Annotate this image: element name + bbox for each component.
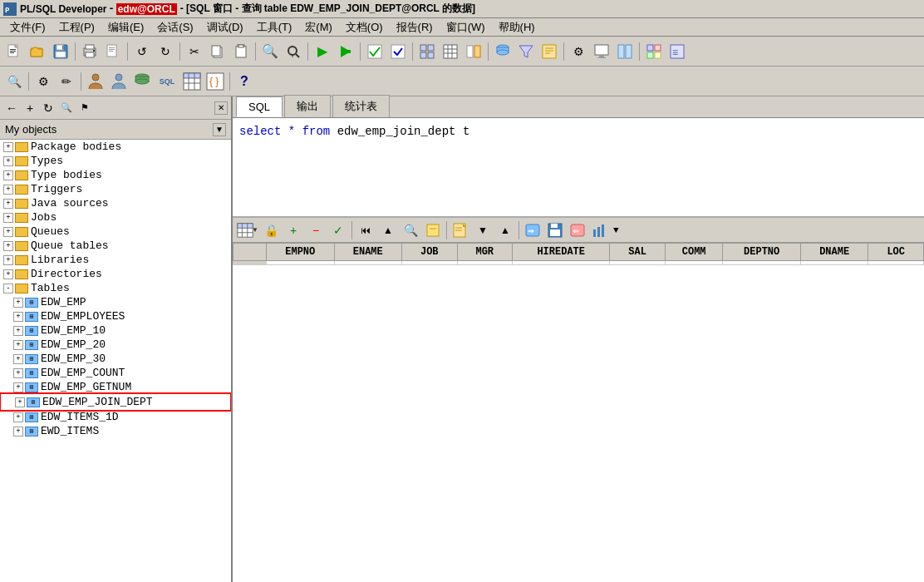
tb-new[interactable]	[3, 41, 25, 62]
menu-reports[interactable]: 报告(R)	[390, 18, 440, 37]
tb2-help[interactable]: ?	[233, 71, 255, 92]
expand-edw-emp-20[interactable]: +	[13, 340, 23, 350]
tb-find[interactable]: 🔍	[259, 41, 281, 62]
lp-filter[interactable]: ⚑	[76, 100, 93, 116]
tb-compile[interactable]	[387, 41, 409, 62]
tb2-pencil[interactable]: ✏	[56, 71, 77, 92]
cell-ename[interactable]	[334, 261, 402, 265]
rt-filter2[interactable]: ▼	[472, 219, 494, 241]
lp-search[interactable]: 🔍	[58, 100, 75, 116]
tb-findnext[interactable]	[283, 41, 304, 62]
rt-save-db[interactable]	[544, 219, 566, 241]
tb-extra2[interactable]	[643, 41, 665, 62]
rt-grid-toggle[interactable]: ▼	[236, 220, 259, 240]
tree-item-triggers[interactable]: + Triggers	[0, 182, 231, 196]
menu-help[interactable]: 帮助(H)	[492, 18, 542, 37]
rt-chart[interactable]	[589, 219, 611, 241]
tab-sql[interactable]: SQL	[236, 96, 283, 117]
expand-edw-items-1d[interactable]: +	[13, 412, 23, 422]
menu-project[interactable]: 工程(P)	[52, 18, 101, 37]
tb-run2[interactable]	[335, 41, 356, 62]
rt-rollback[interactable]: ⇦	[567, 219, 588, 241]
tree-item-edw-emp-10[interactable]: + ⊞ EDW_EMP_10	[0, 323, 231, 338]
cell-loc[interactable]	[868, 261, 924, 265]
col-header-job[interactable]: JOB	[402, 244, 458, 261]
menu-macro[interactable]: 宏(M)	[298, 18, 339, 37]
menu-debug[interactable]: 调试(D)	[200, 18, 250, 37]
tb2-zoom[interactable]: 🔍	[3, 71, 25, 92]
tb-extra1[interactable]	[614, 41, 636, 62]
expand-edw-employees[interactable]: +	[13, 312, 23, 322]
tb-paste[interactable]	[230, 41, 252, 62]
rt-highlight[interactable]	[422, 219, 444, 241]
tab-output[interactable]: 输出	[284, 95, 331, 117]
tb-settings[interactable]: ⚙	[568, 41, 589, 62]
tb-monitor[interactable]	[591, 41, 612, 62]
rt-post[interactable]: ✓	[327, 219, 349, 241]
tb-compare[interactable]	[463, 41, 484, 62]
tree-item-edw-emp-count[interactable]: + ⊞ EDW_EMP_COUNT	[0, 366, 231, 380]
rt-find-db[interactable]: 🔍	[400, 219, 421, 241]
rt-first[interactable]: ⏮	[355, 219, 376, 241]
rt-commit[interactable]: ⇒	[522, 219, 543, 241]
tree-item-edw-emp[interactable]: + ⊞ EDW_EMP	[0, 295, 231, 309]
tb-copy[interactable]	[207, 41, 229, 62]
rt-export-csv[interactable]	[450, 219, 471, 241]
expand-edw-emp-10[interactable]: +	[13, 326, 23, 336]
tree-item-java-sources[interactable]: + Java sources	[0, 196, 231, 210]
rt-chart-dropdown[interactable]: ▼	[613, 225, 619, 235]
tree-item-queues[interactable]: + Queues	[0, 224, 231, 239]
cell-deptno[interactable]	[723, 261, 800, 265]
tb-filter[interactable]	[515, 41, 537, 62]
tb-check[interactable]	[364, 41, 386, 62]
rt-prev[interactable]: ▲	[377, 219, 399, 241]
tree-item-edw-emp-30[interactable]: + ⊞ EDW_EMP_30	[0, 352, 231, 366]
cell-hiredate[interactable]	[513, 261, 610, 265]
menu-session[interactable]: 会话(S)	[150, 18, 199, 37]
menu-tools[interactable]: 工具(T)	[250, 18, 299, 37]
lp-add[interactable]: +	[22, 100, 38, 116]
cell-job[interactable]	[402, 261, 458, 265]
rt-delete-row[interactable]: −	[305, 219, 327, 241]
tb-print2[interactable]	[102, 41, 124, 62]
tb2-code-view[interactable]: { }	[204, 71, 226, 92]
tb-run[interactable]: ▶	[312, 41, 333, 62]
tree-item-libraries[interactable]: + Libraries	[0, 253, 231, 267]
tree-item-edw-items-1d[interactable]: + ⊞ EDW_ITEMS_1D	[0, 410, 231, 424]
expand-queues[interactable]: +	[3, 227, 13, 237]
expand-type-bodies[interactable]: +	[3, 170, 13, 180]
lp-close[interactable]: ✕	[214, 101, 228, 115]
expand-triggers[interactable]: +	[3, 185, 13, 195]
expand-ewd-items[interactable]: +	[13, 427, 23, 436]
tb2-gear[interactable]: ⚙	[32, 71, 54, 92]
tb-redo[interactable]: ↻	[155, 41, 176, 62]
tree-item-types[interactable]: + Types	[0, 154, 231, 168]
col-header-ename[interactable]: ENAME	[334, 244, 402, 261]
tree-item-ewd-items[interactable]: + ⊞ EWD_ITEMS	[0, 424, 231, 438]
tb2-table-browse[interactable]	[181, 71, 203, 92]
col-header-mgr[interactable]: MGR	[457, 244, 513, 261]
menu-edit[interactable]: 编辑(E)	[101, 18, 150, 37]
object-tree[interactable]: + Package bodies + Types + Type bodies +…	[0, 140, 231, 582]
expand-java-sources[interactable]: +	[3, 199, 13, 209]
tree-item-directories[interactable]: + Directories	[0, 267, 231, 281]
tb-grid2[interactable]	[440, 41, 461, 62]
lp-refresh[interactable]: ↻	[40, 100, 57, 116]
tree-item-package-bodies[interactable]: + Package bodies	[0, 140, 231, 154]
results-table-wrapper[interactable]: EMPNO ENAME JOB MGR HIREDATE SAL COMM DE…	[233, 243, 924, 582]
sql-editor[interactable]: select * from edw_emp_join_dept t	[233, 118, 924, 218]
menu-docs[interactable]: 文档(O)	[339, 18, 390, 37]
cell-comm[interactable]	[665, 261, 723, 265]
lp-back[interactable]: ←	[3, 100, 20, 116]
tb-grid[interactable]	[416, 41, 438, 62]
tree-item-type-bodies[interactable]: + Type bodies	[0, 168, 231, 182]
tb-save[interactable]	[50, 41, 71, 62]
menu-file[interactable]: 文件(F)	[3, 18, 52, 37]
expand-edw-emp-join-dept[interactable]: +	[15, 397, 25, 407]
tb-print[interactable]	[79, 41, 101, 62]
tab-stats[interactable]: 统计表	[332, 95, 390, 117]
expand-edw-emp[interactable]: +	[13, 298, 23, 308]
expand-tables[interactable]: -	[3, 284, 13, 293]
cell-sal[interactable]	[610, 261, 666, 265]
cell-mgr[interactable]	[457, 261, 513, 265]
